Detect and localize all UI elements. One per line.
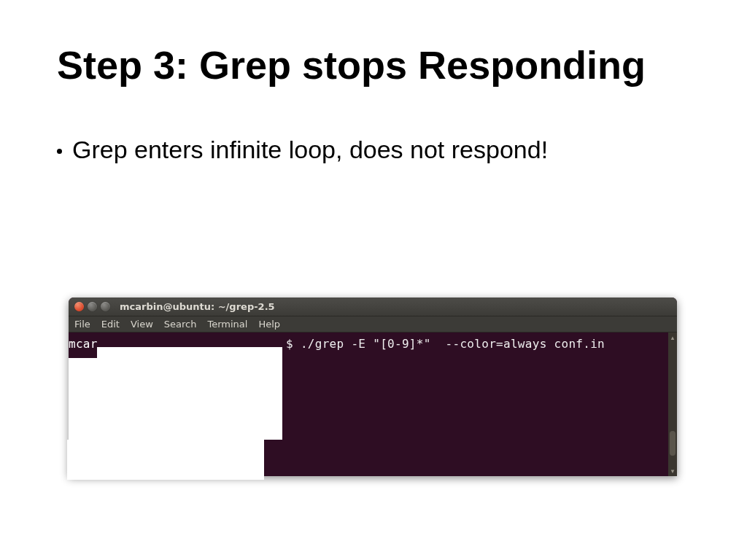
bullet-text: Grep enters infinite loop, does not resp… bbox=[72, 136, 548, 164]
terminal-scrollbar[interactable]: ▴ ▾ bbox=[668, 332, 677, 476]
menu-search[interactable]: Search bbox=[164, 319, 197, 330]
terminal-titlebar: mcarbin@ubuntu: ~/grep-2.5 bbox=[69, 298, 677, 316]
occlusion-block bbox=[69, 358, 100, 451]
scroll-thumb[interactable] bbox=[670, 431, 676, 456]
prompt-symbol: $ bbox=[286, 337, 293, 351]
prompt-user: mcar bbox=[69, 337, 98, 351]
menu-file[interactable]: File bbox=[74, 319, 90, 330]
maximize-icon[interactable] bbox=[101, 302, 110, 311]
bullet-item: Grep enters infinite loop, does not resp… bbox=[57, 136, 548, 164]
terminal-title: mcarbin@ubuntu: ~/grep-2.5 bbox=[120, 301, 275, 312]
slide-title: Step 3: Grep stops Responding bbox=[57, 42, 646, 88]
bullet-dot-icon bbox=[57, 149, 62, 154]
menu-edit[interactable]: Edit bbox=[101, 319, 120, 330]
menu-terminal[interactable]: Terminal bbox=[207, 319, 247, 330]
menu-view[interactable]: View bbox=[131, 319, 153, 330]
scroll-down-icon[interactable]: ▾ bbox=[670, 468, 676, 474]
occlusion-block bbox=[97, 347, 282, 440]
menu-help[interactable]: Help bbox=[258, 319, 280, 330]
close-icon[interactable] bbox=[74, 302, 84, 311]
terminal-menubar: File Edit View Search Terminal Help bbox=[69, 316, 677, 332]
minimize-icon[interactable] bbox=[88, 302, 97, 311]
terminal-command: ./grep -E "[0-9]*" --color=always conf.i… bbox=[301, 337, 605, 351]
scroll-up-icon[interactable]: ▴ bbox=[670, 335, 676, 341]
